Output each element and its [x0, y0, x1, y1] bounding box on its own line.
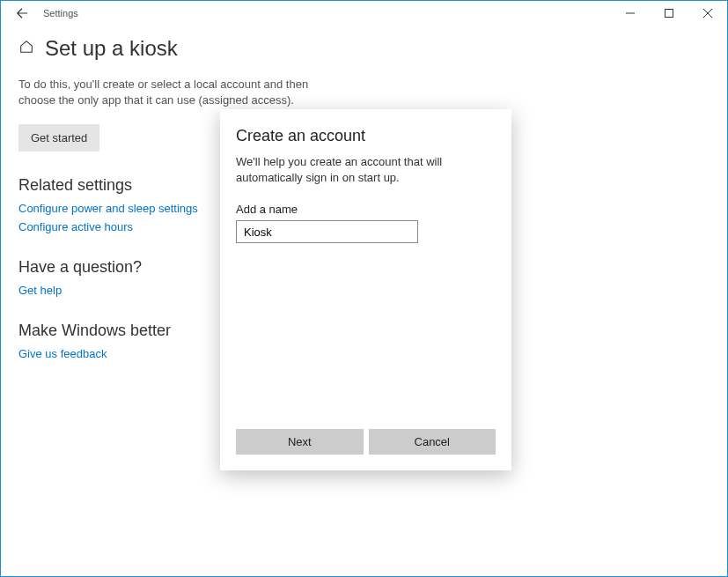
svg-rect-1: [665, 10, 673, 18]
window-controls: [611, 1, 727, 26]
get-started-button[interactable]: Get started: [18, 124, 99, 152]
close-icon: [703, 9, 712, 18]
maximize-button[interactable]: [650, 1, 688, 26]
name-field-label: Add a name: [236, 203, 496, 216]
close-button[interactable]: [688, 1, 727, 26]
create-account-dialog: Create an account We'll help you create …: [220, 109, 511, 470]
cancel-button[interactable]: Cancel: [369, 429, 496, 455]
dialog-title: Create an account: [236, 127, 496, 145]
minimize-button[interactable]: [611, 1, 650, 26]
page-header: Set up a kiosk: [18, 36, 710, 61]
window-title: Settings: [43, 8, 78, 18]
next-button[interactable]: Next: [236, 429, 364, 455]
page-description: To do this, you'll create or select a lo…: [18, 77, 335, 108]
titlebar: Settings: [1, 1, 727, 26]
back-arrow-icon: [16, 7, 28, 19]
back-button[interactable]: [8, 1, 36, 26]
home-icon: [18, 39, 34, 58]
maximize-icon: [665, 9, 673, 18]
dialog-actions: Next Cancel: [236, 429, 496, 455]
minimize-icon: [626, 9, 635, 18]
name-input[interactable]: [236, 220, 418, 243]
page-title: Set up a kiosk: [45, 36, 178, 61]
dialog-text: We'll help you create an account that wi…: [236, 154, 496, 185]
